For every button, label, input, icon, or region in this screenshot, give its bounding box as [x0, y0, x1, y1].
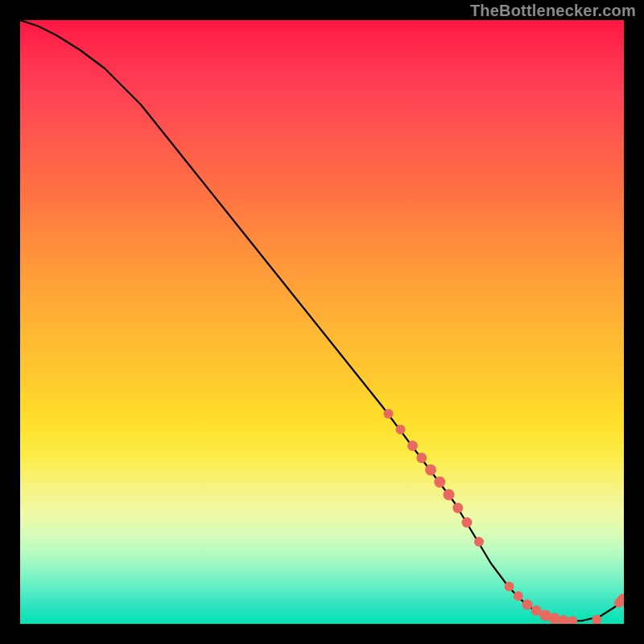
data-point: [425, 464, 436, 476]
data-point: [444, 489, 455, 501]
data-point: [407, 440, 418, 451]
data-point: [514, 592, 523, 601]
data-point: [396, 425, 406, 435]
data-point: [522, 600, 533, 610]
data-point: [416, 452, 427, 463]
data-point: [505, 582, 514, 592]
plot-area: [20, 20, 624, 624]
marker-group: [384, 409, 625, 624]
data-point: [549, 613, 560, 624]
data-point: [434, 477, 445, 488]
data-point: [559, 615, 569, 624]
data-point: [474, 537, 484, 547]
data-point: [462, 518, 473, 528]
data-point: [384, 409, 394, 419]
data-point: [452, 503, 463, 514]
data-point: [568, 616, 577, 624]
chart-svg: [20, 20, 624, 624]
bottleneck-curve: [20, 20, 624, 621]
watermark-label: TheBottlenecker.com: [470, 2, 636, 20]
